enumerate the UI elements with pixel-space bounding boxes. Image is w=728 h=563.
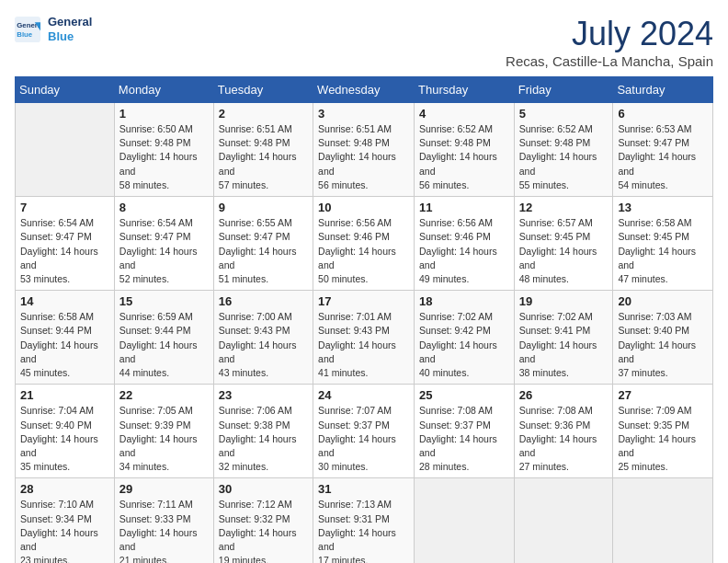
day-info: Sunrise: 7:00 AMSunset: 9:43 PMDaylight:…	[219, 310, 308, 380]
day-info: Sunrise: 7:03 AMSunset: 9:40 PMDaylight:…	[618, 310, 708, 380]
month-title: July 2024	[506, 15, 713, 53]
weekday-header-saturday: Saturday	[613, 77, 713, 103]
calendar-cell: 3Sunrise: 6:51 AMSunset: 9:48 PMDaylight…	[313, 103, 415, 197]
day-info: Sunrise: 6:54 AMSunset: 9:47 PMDaylight:…	[20, 216, 109, 286]
day-info: Sunrise: 7:02 AMSunset: 9:41 PMDaylight:…	[519, 310, 609, 380]
day-number: 4	[419, 107, 509, 121]
calendar-cell: 5Sunrise: 6:52 AMSunset: 9:48 PMDaylight…	[514, 103, 613, 197]
day-info: Sunrise: 6:50 AMSunset: 9:48 PMDaylight:…	[119, 122, 209, 192]
day-info: Sunrise: 7:04 AMSunset: 9:40 PMDaylight:…	[20, 404, 109, 474]
calendar-cell: 7Sunrise: 6:54 AMSunset: 9:47 PMDaylight…	[16, 197, 115, 291]
calendar-cell: 14Sunrise: 6:58 AMSunset: 9:44 PMDayligh…	[16, 291, 115, 385]
day-info: Sunrise: 6:52 AMSunset: 9:48 PMDaylight:…	[519, 122, 609, 192]
calendar-cell: 12Sunrise: 6:57 AMSunset: 9:45 PMDayligh…	[514, 197, 613, 291]
day-number: 3	[318, 107, 409, 121]
day-info: Sunrise: 6:55 AMSunset: 9:47 PMDaylight:…	[219, 216, 308, 286]
day-info: Sunrise: 6:54 AMSunset: 9:47 PMDaylight:…	[119, 216, 209, 286]
day-number: 21	[20, 388, 109, 402]
day-number: 11	[419, 201, 509, 214]
calendar-cell: 23Sunrise: 7:06 AMSunset: 9:38 PMDayligh…	[213, 385, 313, 478]
calendar-week-row: 1Sunrise: 6:50 AMSunset: 9:48 PMDaylight…	[16, 103, 713, 197]
calendar-cell: 17Sunrise: 7:01 AMSunset: 9:43 PMDayligh…	[313, 291, 415, 385]
day-info: Sunrise: 7:10 AMSunset: 9:34 PMDaylight:…	[20, 498, 109, 563]
logo-icon: General Blue	[15, 17, 40, 42]
day-number: 25	[419, 388, 509, 402]
day-number: 24	[318, 388, 409, 402]
day-number: 5	[519, 107, 609, 121]
calendar-cell: 1Sunrise: 6:50 AMSunset: 9:48 PMDaylight…	[114, 103, 213, 197]
title-block: July 2024 Recas, Castille-La Mancha, Spa…	[506, 15, 713, 69]
day-info: Sunrise: 7:09 AMSunset: 9:35 PMDaylight:…	[618, 404, 708, 474]
day-number: 9	[219, 201, 308, 214]
calendar-cell: 27Sunrise: 7:09 AMSunset: 9:35 PMDayligh…	[613, 385, 713, 478]
calendar-cell: 11Sunrise: 6:56 AMSunset: 9:46 PMDayligh…	[415, 197, 515, 291]
calendar-cell	[613, 478, 713, 563]
calendar-cell: 8Sunrise: 6:54 AMSunset: 9:47 PMDaylight…	[114, 197, 213, 291]
weekday-header-friday: Friday	[514, 77, 613, 103]
day-info: Sunrise: 7:08 AMSunset: 9:36 PMDaylight:…	[519, 404, 609, 474]
day-info: Sunrise: 6:53 AMSunset: 9:47 PMDaylight:…	[618, 122, 708, 192]
day-number: 19	[519, 294, 609, 308]
day-info: Sunrise: 7:11 AMSunset: 9:33 PMDaylight:…	[119, 498, 209, 563]
day-number: 17	[318, 294, 409, 308]
day-info: Sunrise: 7:01 AMSunset: 9:43 PMDaylight:…	[318, 310, 409, 380]
weekday-header-monday: Monday	[114, 77, 213, 103]
weekday-header-thursday: Thursday	[415, 77, 515, 103]
calendar-cell	[514, 478, 613, 563]
day-number: 22	[119, 388, 209, 402]
day-number: 15	[119, 294, 209, 308]
calendar-cell: 29Sunrise: 7:11 AMSunset: 9:33 PMDayligh…	[114, 478, 213, 563]
day-number: 12	[519, 201, 609, 214]
calendar-cell	[16, 103, 115, 197]
calendar-cell: 30Sunrise: 7:12 AMSunset: 9:32 PMDayligh…	[213, 478, 313, 563]
logo: General Blue GeneralBlue	[15, 15, 92, 43]
day-info: Sunrise: 7:08 AMSunset: 9:37 PMDaylight:…	[419, 404, 509, 474]
calendar-cell: 19Sunrise: 7:02 AMSunset: 9:41 PMDayligh…	[514, 291, 613, 385]
day-info: Sunrise: 6:58 AMSunset: 9:44 PMDaylight:…	[20, 310, 109, 380]
day-number: 18	[419, 294, 509, 308]
day-number: 30	[219, 482, 308, 496]
day-number: 26	[519, 388, 609, 402]
weekday-header-sunday: Sunday	[16, 77, 115, 103]
day-info: Sunrise: 6:56 AMSunset: 9:46 PMDaylight:…	[419, 216, 509, 286]
calendar-body: 1Sunrise: 6:50 AMSunset: 9:48 PMDaylight…	[16, 103, 713, 564]
calendar-cell: 28Sunrise: 7:10 AMSunset: 9:34 PMDayligh…	[16, 478, 115, 563]
calendar-cell: 20Sunrise: 7:03 AMSunset: 9:40 PMDayligh…	[613, 291, 713, 385]
day-info: Sunrise: 6:56 AMSunset: 9:46 PMDaylight:…	[318, 216, 409, 286]
day-info: Sunrise: 7:12 AMSunset: 9:32 PMDaylight:…	[219, 498, 308, 563]
day-info: Sunrise: 6:59 AMSunset: 9:44 PMDaylight:…	[119, 310, 209, 380]
weekday-header-row: SundayMondayTuesdayWednesdayThursdayFrid…	[16, 77, 713, 103]
logo-text: GeneralBlue	[48, 15, 92, 43]
calendar-week-row: 28Sunrise: 7:10 AMSunset: 9:34 PMDayligh…	[16, 478, 713, 563]
day-number: 20	[618, 294, 708, 308]
day-number: 28	[20, 482, 109, 496]
calendar-cell: 9Sunrise: 6:55 AMSunset: 9:47 PMDaylight…	[213, 197, 313, 291]
calendar-week-row: 14Sunrise: 6:58 AMSunset: 9:44 PMDayligh…	[16, 291, 713, 385]
day-number: 13	[618, 201, 708, 214]
calendar-table: SundayMondayTuesdayWednesdayThursdayFrid…	[15, 76, 713, 563]
page-header: General Blue GeneralBlue July 2024 Recas…	[15, 15, 713, 69]
day-number: 2	[219, 107, 308, 121]
day-number: 31	[318, 482, 409, 496]
day-number: 27	[618, 388, 708, 402]
day-info: Sunrise: 6:52 AMSunset: 9:48 PMDaylight:…	[419, 122, 509, 192]
day-number: 16	[219, 294, 308, 308]
calendar-cell: 18Sunrise: 7:02 AMSunset: 9:42 PMDayligh…	[415, 291, 515, 385]
calendar-cell: 24Sunrise: 7:07 AMSunset: 9:37 PMDayligh…	[313, 385, 415, 478]
location-subtitle: Recas, Castille-La Mancha, Spain	[506, 53, 713, 69]
calendar-cell: 21Sunrise: 7:04 AMSunset: 9:40 PMDayligh…	[16, 385, 115, 478]
calendar-cell: 25Sunrise: 7:08 AMSunset: 9:37 PMDayligh…	[415, 385, 515, 478]
day-number: 6	[618, 107, 708, 121]
calendar-cell: 2Sunrise: 6:51 AMSunset: 9:48 PMDaylight…	[213, 103, 313, 197]
svg-text:Blue: Blue	[17, 29, 33, 38]
day-info: Sunrise: 7:06 AMSunset: 9:38 PMDaylight:…	[219, 404, 308, 474]
calendar-cell: 16Sunrise: 7:00 AMSunset: 9:43 PMDayligh…	[213, 291, 313, 385]
calendar-week-row: 21Sunrise: 7:04 AMSunset: 9:40 PMDayligh…	[16, 385, 713, 478]
calendar-header: SundayMondayTuesdayWednesdayThursdayFrid…	[16, 77, 713, 103]
day-info: Sunrise: 7:07 AMSunset: 9:37 PMDaylight:…	[318, 404, 409, 474]
calendar-cell: 26Sunrise: 7:08 AMSunset: 9:36 PMDayligh…	[514, 385, 613, 478]
day-number: 29	[119, 482, 209, 496]
day-info: Sunrise: 7:05 AMSunset: 9:39 PMDaylight:…	[119, 404, 209, 474]
weekday-header-wednesday: Wednesday	[313, 77, 415, 103]
calendar-cell: 4Sunrise: 6:52 AMSunset: 9:48 PMDaylight…	[415, 103, 515, 197]
